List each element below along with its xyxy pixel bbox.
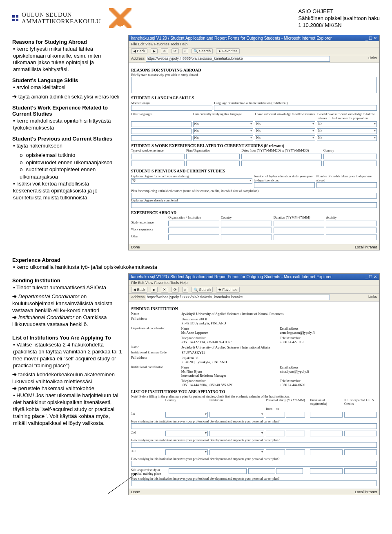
address-input-2[interactable]: https://webas.jypoly.fi:8885/pls/asio/as…: [146, 295, 330, 300]
l-1-from[interactable]: [266, 412, 285, 418]
l-1-country[interactable]: [165, 412, 208, 418]
back-button-2[interactable]: ◀ Back: [131, 287, 147, 293]
e-other-act[interactable]: [326, 235, 377, 240]
p-deg-select[interactable]: ??: [131, 178, 252, 184]
e-other-org[interactable]: [168, 235, 219, 240]
lang-row1-name[interactable]: [131, 121, 192, 127]
e-study-dur[interactable]: [274, 221, 325, 226]
lang-c1-label: I am currently studying this language: [193, 112, 242, 116]
lang-row2-c1[interactable]: No: [193, 128, 254, 134]
e-work-country[interactable]: [221, 228, 272, 233]
w-r1-type[interactable]: [131, 154, 185, 159]
e-work-org[interactable]: [168, 228, 219, 233]
links-label-2[interactable]: Links: [368, 295, 377, 299]
lang-row3-c3[interactable]: No: [317, 135, 377, 141]
l-2-inst[interactable]: [209, 431, 265, 436]
e-other-dur[interactable]: [274, 235, 325, 240]
window-controls-icon[interactable]: _ ☐ ✕: [365, 36, 377, 40]
upper-two-col: Reasons for Studying Abroad kerro lyhyes…: [12, 35, 380, 253]
menubar-1[interactable]: File Edit View Favorites Tools Help: [129, 41, 379, 47]
w-r2-firm[interactable]: [186, 161, 240, 166]
links-label[interactable]: Links: [368, 56, 377, 60]
stop-icon-2[interactable]: ✕: [161, 287, 168, 293]
l-1-ects[interactable]: [344, 412, 377, 418]
l-2-dur[interactable]: [310, 431, 343, 436]
l-2-ects[interactable]: [344, 431, 377, 436]
refresh-icon[interactable]: ⟳: [172, 48, 179, 54]
window-controls-icon-2[interactable]: _ ☐ ✕: [365, 275, 377, 279]
address-input[interactable]: https://webas.jypoly.fi:8885/pls/asio/as…: [146, 56, 330, 62]
e-study-country[interactable]: [221, 221, 272, 226]
l-2-to[interactable]: [286, 431, 305, 436]
lang-row1-c1[interactable]: No: [193, 121, 254, 127]
e-work-dur[interactable]: [274, 228, 325, 233]
home-icon-2[interactable]: ⌂: [182, 287, 188, 293]
refresh-icon-2[interactable]: ⟳: [172, 287, 179, 293]
l-2-country[interactable]: [165, 431, 208, 436]
l-3-inst[interactable]: [209, 449, 265, 455]
w-r2-type[interactable]: [131, 161, 185, 166]
statusbar-1: Done Local intranet: [129, 244, 379, 250]
w-r1-country[interactable]: [323, 154, 377, 159]
p-plan-input[interactable]: [131, 193, 377, 199]
l-1-q-input[interactable]: [131, 423, 377, 429]
e-work-label: Work experience: [131, 228, 167, 233]
prev-list2: lisäksi voit kertoa mahdollisista kesken…: [12, 181, 122, 201]
nav-icon[interactable]: ▶: [151, 48, 158, 54]
l-2-from[interactable]: [266, 431, 285, 436]
home-icon[interactable]: ⌂: [182, 48, 188, 54]
w-r1-firm[interactable]: [186, 154, 240, 159]
p-cr-input[interactable]: [316, 182, 377, 188]
l-self-from[interactable]: [248, 468, 275, 474]
l-self-to[interactable]: [276, 468, 303, 474]
w-r2-country[interactable]: [323, 161, 377, 166]
l-3-from[interactable]: [266, 449, 285, 455]
status-done-1: Done: [131, 245, 140, 249]
l-self-dur[interactable]: [310, 468, 343, 474]
l-3-to[interactable]: [286, 449, 305, 455]
p-he-input[interactable]: [254, 182, 315, 188]
reasons-textarea[interactable]: [131, 77, 377, 93]
l-2-q-input[interactable]: [131, 442, 377, 448]
lang-row1-c3[interactable]: No: [317, 121, 377, 127]
search-button-2[interactable]: 🔍 Search: [192, 287, 213, 293]
stop-icon[interactable]: ✕: [161, 48, 168, 54]
l-self-ects[interactable]: [344, 468, 377, 474]
search-button[interactable]: 🔍 Search: [192, 48, 213, 54]
address-label: Address: [131, 56, 145, 60]
nav-icon-2[interactable]: ▶: [151, 287, 158, 293]
e-study-org[interactable]: [168, 221, 219, 226]
p-compl-input[interactable]: [131, 202, 377, 208]
l-self-inst[interactable]: [169, 468, 247, 474]
l-1-inst[interactable]: [209, 412, 265, 418]
lang-arrow: täytä ainakin äidinkieli sekä yksi viera…: [12, 94, 122, 101]
lang-row3-c1[interactable]: No: [193, 135, 254, 141]
e-study-act[interactable]: [326, 221, 377, 226]
browser-window-2: kanehaku.sql V1.20 / Student Application…: [128, 273, 380, 495]
e-work-act[interactable]: [326, 228, 377, 233]
e-other-country[interactable]: [221, 235, 272, 240]
lang-mt-input[interactable]: [131, 105, 212, 111]
favorites-button[interactable]: ★ Favorites: [216, 48, 240, 54]
toolbar-2: ◀ Back ▶ ✕ ⟳ ⌂ 🔍 Search ★ Favorites: [129, 286, 379, 294]
status-zone-2: Local intranet: [355, 490, 377, 494]
l-3-dur[interactable]: [310, 449, 343, 455]
back-button[interactable]: ◀ Back: [131, 48, 147, 54]
l-3-country[interactable]: [165, 449, 208, 455]
l-1-to[interactable]: [286, 412, 305, 418]
menubar-2[interactable]: File Edit View Favorites Tools Help: [129, 280, 379, 286]
favorites-button-2[interactable]: ★ Favorites: [216, 287, 240, 293]
lang-row3-c2[interactable]: No: [255, 135, 315, 141]
lang-row2-name[interactable]: [131, 128, 192, 134]
lang-row2-c2[interactable]: No: [255, 128, 315, 134]
l-self-q-input[interactable]: [131, 480, 377, 486]
lang-row2-c3[interactable]: No: [317, 128, 377, 134]
l-1-dur[interactable]: [310, 412, 343, 418]
lang-inst-input[interactable]: [214, 105, 377, 111]
l-3-ects[interactable]: [344, 449, 377, 455]
w-r2-dates[interactable]: [241, 161, 322, 166]
lang-row1-c2[interactable]: No: [255, 121, 315, 127]
l-3-q-input[interactable]: [131, 461, 377, 467]
w-r1-dates[interactable]: [241, 154, 322, 159]
lang-row3-name[interactable]: [131, 135, 192, 141]
